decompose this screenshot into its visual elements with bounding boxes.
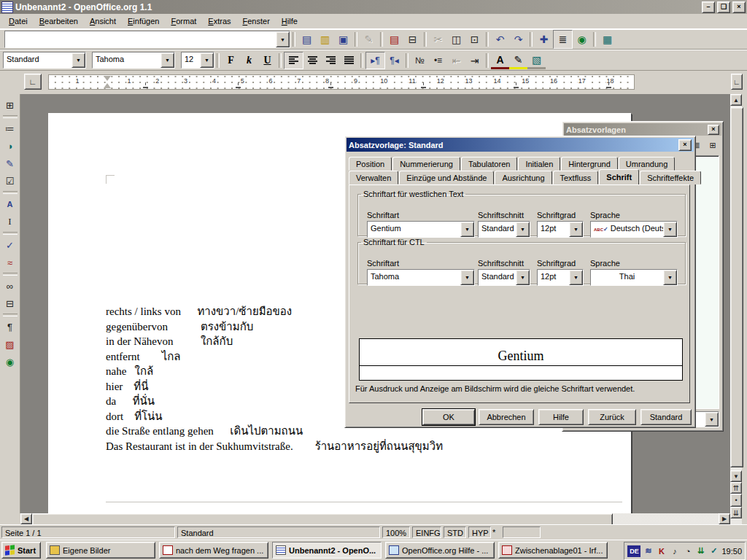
data-sources-icon[interactable]: ⊟ xyxy=(1,295,19,312)
previous-page-icon[interactable]: ⇈ xyxy=(730,482,742,494)
horizontal-scrollbar[interactable]: ◀ ▶ xyxy=(20,513,730,524)
decrease-indent-icon[interactable]: ⇤ xyxy=(447,52,465,69)
ok-button[interactable]: OK xyxy=(422,409,475,425)
tab-nummerierung[interactable]: Nummerierung xyxy=(392,157,460,171)
edit-file-icon[interactable]: ✎ xyxy=(360,31,378,48)
horizontal-ruler[interactable]: 1 123456789101112131415161718 xyxy=(48,74,635,90)
western-language-dropdown-icon[interactable]: ▼ xyxy=(663,222,677,237)
ctl-language-value[interactable]: Thai xyxy=(591,270,663,285)
redo-icon[interactable]: ↷ xyxy=(509,31,527,48)
font-dropdown-icon[interactable]: ▼ xyxy=(160,52,174,68)
red-k-tray-icon[interactable]: K xyxy=(656,545,667,556)
menu-datei[interactable]: Datei xyxy=(3,15,34,28)
paste-icon[interactable]: ⊡ xyxy=(465,31,484,48)
status-zoom[interactable]: 100% xyxy=(382,526,410,538)
menu-bearbeiten[interactable]: Bearbeiten xyxy=(34,15,84,28)
western-size-value[interactable]: 12pt xyxy=(538,222,569,237)
tab-type-selector[interactable]: ∟ xyxy=(24,74,42,90)
draw-functions-icon[interactable]: ✎ xyxy=(1,155,19,172)
new-style-icon[interactable]: ⊞ xyxy=(705,139,720,152)
ctl-font-dropdown-icon[interactable]: ▼ xyxy=(460,270,474,285)
stylist-filter-dropdown-icon[interactable]: ▼ xyxy=(705,412,719,427)
url-value[interactable] xyxy=(5,31,276,47)
insert-table-icon[interactable]: ⊞ xyxy=(1,96,19,114)
undo-icon[interactable]: ↶ xyxy=(491,31,509,48)
taskbar-item-unbenannt2[interactable]: Unbenannt2 - OpenO... xyxy=(272,542,382,559)
taskbar-item-eigene-bilder[interactable]: Eigene Bilder xyxy=(46,542,155,559)
hilfe-button[interactable]: Hilfe xyxy=(538,409,584,425)
right-to-left-icon[interactable]: ¶◂ xyxy=(385,52,403,69)
maximize-button[interactable]: ❑ xyxy=(717,1,730,13)
vertical-scrollbar[interactable]: ▲ ▼ ⇈ • ⇊ xyxy=(730,94,742,524)
standard-button[interactable]: Standard xyxy=(640,409,692,425)
western-language-value[interactable]: ABC✓Deutsch (Deutsc xyxy=(591,222,663,237)
increase-indent-icon[interactable]: ⇥ xyxy=(465,52,484,69)
ctl-style-dropdown-icon[interactable]: ▼ xyxy=(516,270,530,285)
vertical-scroll-thumb[interactable] xyxy=(730,107,743,467)
status-selection-mode[interactable]: STD xyxy=(444,526,466,538)
export-pdf-icon[interactable]: ▤ xyxy=(385,31,403,48)
updater-tray-icon[interactable]: ⇊ xyxy=(695,545,706,556)
tab-schrifteffekte[interactable]: Schrifteffekte xyxy=(640,171,701,184)
paragraph-background-icon[interactable]: ▧ xyxy=(527,53,546,69)
dialog-close-icon[interactable]: × xyxy=(678,139,692,151)
copy-icon[interactable]: ◫ xyxy=(447,31,465,48)
size-dropdown-icon[interactable]: ▼ xyxy=(200,52,214,68)
western-font-combo[interactable]: Gentium ▼ xyxy=(367,221,475,238)
graphics-on-off-icon[interactable]: ▨ xyxy=(1,335,19,353)
stylist-titlebar[interactable]: Absatzvorlagen × xyxy=(564,123,721,136)
font-color-icon[interactable]: A xyxy=(491,53,509,69)
ctl-size-dropdown-icon[interactable]: ▼ xyxy=(569,270,583,285)
tab-initialen[interactable]: Initialen xyxy=(518,157,560,171)
find-replace-icon[interactable]: ∞ xyxy=(1,277,19,295)
stylist-icon[interactable]: ≣ xyxy=(553,30,573,49)
italic-button[interactable]: k xyxy=(240,52,258,69)
messenger-tray-icon[interactable]: ✓ xyxy=(708,545,719,556)
ctl-size-combo[interactable]: 12pt ▼ xyxy=(537,269,584,286)
indent-marker-top[interactable] xyxy=(104,76,111,81)
open-icon[interactable]: ▥ xyxy=(316,31,334,48)
nonprinting-characters-icon[interactable]: ¶ xyxy=(1,318,19,335)
window-titlebar[interactable]: Unbenannt2 - OpenOffice.org 1.1 – ❑ × xyxy=(0,0,747,14)
tab-ausrichtung[interactable]: Ausrichtung xyxy=(495,171,551,184)
menu-format[interactable]: Format xyxy=(165,15,202,28)
western-size-combo[interactable]: 12pt ▼ xyxy=(537,221,584,238)
status-page-style[interactable]: Standard xyxy=(177,526,380,538)
align-left-icon[interactable] xyxy=(284,52,303,69)
tab-schrift[interactable]: Schrift xyxy=(599,169,639,186)
font-size-combo[interactable]: 12 ▼ xyxy=(181,52,214,69)
ctl-style-combo[interactable]: Standard ▼ xyxy=(478,269,530,286)
print-icon[interactable]: ⊟ xyxy=(403,31,422,48)
taskbar-item-ooo-hilfe[interactable]: OpenOffice.org Hilfe - ... xyxy=(385,542,495,559)
save-icon[interactable]: ▣ xyxy=(334,31,352,48)
western-style-value[interactable]: Standard xyxy=(479,222,516,237)
next-page-icon[interactable]: ⇊ xyxy=(730,507,742,518)
url-combo[interactable]: ▼ xyxy=(4,31,290,48)
paragraph-style-combo[interactable]: Standard ▼ xyxy=(3,52,86,69)
quickstarter-tray-icon[interactable]: ≋ xyxy=(643,545,654,556)
numbering-icon[interactable]: № xyxy=(411,52,429,69)
taskbar-item-weg-fragen[interactable]: nach dem Weg fragen ... xyxy=(159,542,268,559)
zurueck-button[interactable]: Zurück xyxy=(588,409,636,425)
abbrechen-button[interactable]: Abbrechen xyxy=(479,409,534,425)
align-justify-icon[interactable] xyxy=(340,52,358,69)
close-button[interactable]: × xyxy=(732,1,746,13)
scroll-up-icon[interactable]: ▲ xyxy=(730,94,742,106)
navigator-icon[interactable]: ✚ xyxy=(535,31,553,48)
western-style-combo[interactable]: Standard ▼ xyxy=(478,221,530,238)
menu-hilfe[interactable]: Hilfe xyxy=(276,15,303,28)
autotext-icon[interactable]: A xyxy=(1,195,19,213)
tab-verwalten[interactable]: Verwalten xyxy=(349,171,398,184)
ctl-style-value[interactable]: Standard xyxy=(479,270,516,285)
tab-tabulatoren[interactable]: Tabulatoren xyxy=(461,157,518,171)
tab-position[interactable]: Position xyxy=(349,157,392,171)
dialer-tray-icon[interactable]: ◔ xyxy=(682,545,693,556)
dialog-titlebar[interactable]: Absatzvorlage: Standard × xyxy=(347,138,694,152)
taskbar-item-zwischenablage[interactable]: Zwischenablage01 - Irf... xyxy=(498,542,608,559)
tab-textfluss[interactable]: Textfluss xyxy=(553,171,599,184)
font-size-value[interactable]: 12 xyxy=(182,52,200,68)
western-size-dropdown-icon[interactable]: ▼ xyxy=(569,222,583,237)
direct-cursor-icon[interactable]: I xyxy=(1,213,19,230)
tab-einzuege[interactable]: Einzüge und Abstände xyxy=(399,171,494,184)
scroll-left-icon[interactable]: ◀ xyxy=(20,513,32,524)
